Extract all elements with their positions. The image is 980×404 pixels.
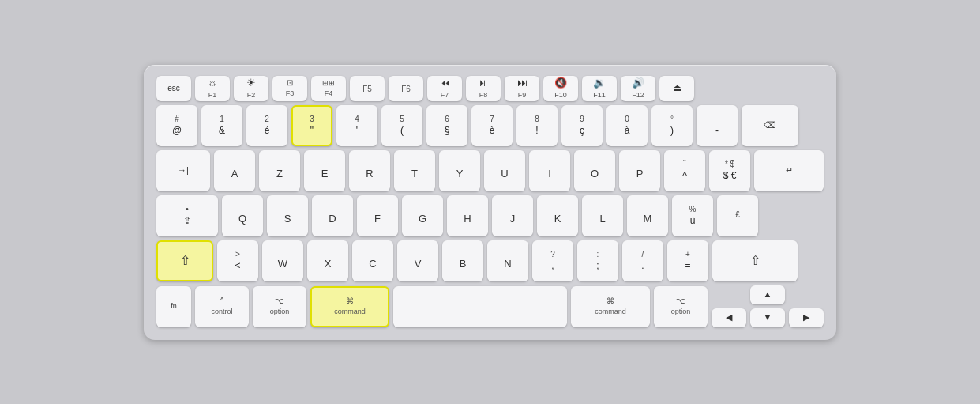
key-e[interactable]: E (304, 150, 345, 191)
key-w[interactable]: W (262, 240, 303, 281)
key-p[interactable]: P (619, 150, 660, 191)
key-control[interactable]: ^ control (195, 286, 249, 327)
key-c[interactable]: C (352, 240, 393, 281)
key-pct-ugrave[interactable]: % ù (672, 195, 713, 236)
key-esc[interactable]: esc (156, 76, 191, 101)
key-f1[interactable]: ☼ F1 (195, 76, 230, 101)
key-y[interactable]: Y (439, 150, 480, 191)
key-o[interactable]: O (574, 150, 615, 191)
key-f6[interactable]: F6 (389, 76, 423, 101)
key-option-left[interactable]: ⌥ option (253, 286, 306, 327)
key-minus[interactable]: _ - (697, 105, 738, 146)
key-b[interactable]: B (442, 240, 483, 281)
key-f7[interactable]: ⏮ F7 (427, 76, 462, 101)
key-m[interactable]: M (627, 195, 668, 236)
key-plus-eq[interactable]: + = (667, 240, 708, 281)
key-fn[interactable]: fn (156, 286, 191, 327)
key-f3[interactable]: ⊡ F3 (272, 76, 307, 101)
bottom-row: fn ^ control ⌥ option ⌘ command ⌘ comman… (156, 285, 824, 327)
key-arrow-left[interactable]: ◀ (712, 308, 746, 327)
azerty-row: →| A Z E R T Y U I O P (156, 150, 824, 191)
key-i[interactable]: I (529, 150, 570, 191)
number-row: # @ 1 & 2 é 3 " 4 ' (156, 105, 824, 146)
key-4[interactable]: 4 ' (336, 105, 377, 146)
key-n[interactable]: N (487, 240, 528, 281)
key-caps-lock[interactable]: • ⇪ (156, 195, 218, 236)
key-gt-lt[interactable]: > < (217, 240, 258, 281)
key-8[interactable]: 8 ! (516, 105, 558, 146)
key-deg-paren[interactable]: ° ) (651, 105, 693, 146)
key-f10[interactable]: 🔇 F10 (543, 76, 578, 101)
key-arrow-down[interactable]: ▼ (750, 308, 785, 327)
key-q[interactable]: Q (222, 195, 263, 236)
key-r[interactable]: R (349, 150, 390, 191)
key-arrow-up[interactable]: ▲ (750, 285, 785, 304)
key-5[interactable]: 5 ( (381, 105, 422, 146)
key-v[interactable]: V (397, 240, 438, 281)
key-f2[interactable]: ☀ F2 (234, 76, 268, 101)
key-l[interactable]: L (582, 195, 623, 236)
key-shift-right[interactable]: ⇧ (712, 240, 798, 281)
key-h[interactable]: H _ (447, 195, 488, 236)
key-f12[interactable]: 🔊 F12 (621, 76, 655, 101)
key-arrow-right[interactable]: ▶ (789, 308, 824, 327)
key-command-left[interactable]: ⌘ command (310, 286, 389, 327)
key-k[interactable]: K (537, 195, 578, 236)
key-colon[interactable]: : ; (577, 240, 618, 281)
key-9[interactable]: 9 ç (561, 105, 603, 146)
key-2[interactable]: 2 é (246, 105, 287, 146)
key-circ[interactable]: ¨ ^ (664, 150, 705, 191)
keyboard: esc ☼ F1 ☀ F2 ⊡ F3 ⊞⊞ F4 F5 F6 ⏮ F7 ⏯ (144, 65, 836, 340)
key-shift-left[interactable]: ⇧ (156, 240, 213, 281)
key-z[interactable]: Z (259, 150, 300, 191)
key-x[interactable]: X (307, 240, 348, 281)
key-f9[interactable]: ⏭ F9 (505, 76, 539, 101)
key-f[interactable]: F _ (357, 195, 398, 236)
key-enter[interactable]: ↵ (754, 150, 824, 191)
key-1[interactable]: 1 & (201, 105, 242, 146)
key-pound[interactable]: £ (717, 195, 758, 236)
fn-row: esc ☼ F1 ☀ F2 ⊡ F3 ⊞⊞ F4 F5 F6 ⏮ F7 ⏯ (156, 76, 824, 101)
key-j[interactable]: J (492, 195, 533, 236)
key-backspace[interactable]: ⌫ (742, 105, 798, 146)
key-t[interactable]: T (394, 150, 435, 191)
arrows-up-down-group: ▲ ▼ (750, 285, 785, 327)
key-6[interactable]: 6 § (426, 105, 467, 146)
key-slash[interactable]: / . (622, 240, 663, 281)
key-f4[interactable]: ⊞⊞ F4 (311, 76, 346, 101)
key-a[interactable]: A (214, 150, 255, 191)
key-dollar[interactable]: * $ $ € (709, 150, 750, 191)
key-space[interactable] (393, 286, 567, 327)
key-question[interactable]: ? , (532, 240, 573, 281)
key-command-right[interactable]: ⌘ command (571, 286, 650, 327)
key-hash-at[interactable]: # @ (156, 105, 197, 146)
key-tab[interactable]: →| (156, 150, 210, 191)
key-s[interactable]: S (267, 195, 308, 236)
key-7[interactable]: 7 è (471, 105, 513, 146)
key-f8[interactable]: ⏯ F8 (466, 76, 501, 101)
key-0[interactable]: 0 à (606, 105, 648, 146)
key-option-right[interactable]: ⌥ option (654, 286, 708, 327)
shift-row: ⇧ > < W X C V B N ? , (156, 240, 824, 281)
key-u[interactable]: U (484, 150, 525, 191)
key-eject[interactable]: ⏏ (659, 76, 694, 101)
key-g[interactable]: G (402, 195, 443, 236)
key-f5[interactable]: F5 (350, 76, 385, 101)
home-row: • ⇪ Q S D F _ G H _ J K L (156, 195, 824, 236)
key-3[interactable]: 3 " (291, 105, 332, 146)
key-f11[interactable]: 🔉 F11 (582, 76, 617, 101)
key-d[interactable]: D (312, 195, 353, 236)
